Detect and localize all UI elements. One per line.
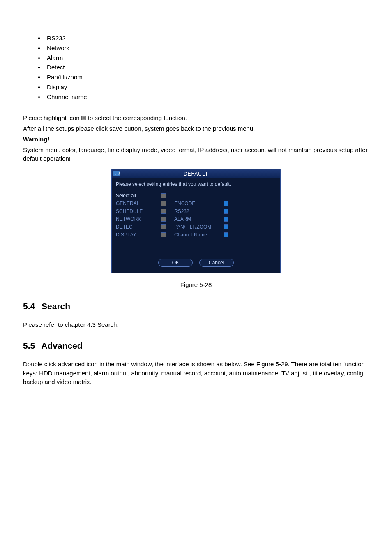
- options-col-right-labels: ENCODE RS232 ALARM PAN/TILT/ZOOM Channel…: [174, 192, 224, 239]
- options-col-left-labels: Select all GENERAL SCHEDULE NETWORK DETE…: [116, 192, 161, 239]
- dialog-titlebar: DEFAULT: [112, 169, 280, 178]
- section-heading-search: 5.4 Search: [23, 300, 369, 312]
- option-spacer: [174, 192, 224, 200]
- list-item: RS232: [38, 34, 369, 43]
- section-body-advanced: Double click advanced icon in the main w…: [23, 360, 369, 386]
- checkbox-icon[interactable]: [224, 209, 228, 214]
- checkbox-icon: [81, 116, 86, 120]
- checkbox-icon[interactable]: [224, 232, 228, 237]
- option-network[interactable]: NETWORK: [116, 215, 161, 223]
- option-spacer: [224, 192, 237, 200]
- section-body-search: Please refer to chapter 4.3 Search.: [23, 320, 369, 329]
- checkbox-icon[interactable]: [224, 217, 228, 222]
- text-fragment: Please highlight icon: [23, 114, 81, 121]
- paragraph-warning-body: System menu color, language, time displa…: [23, 146, 369, 164]
- checkbox-icon[interactable]: [161, 232, 166, 237]
- option-general[interactable]: GENERAL: [116, 200, 161, 208]
- list-item: Display: [38, 83, 369, 92]
- list-item: Alarm: [38, 53, 369, 62]
- list-item: Channel name: [38, 92, 369, 102]
- dialog-title-text: DEFAULT: [184, 171, 208, 177]
- list-item: Detect: [38, 63, 369, 72]
- section-title: Search: [42, 301, 70, 311]
- option-detect[interactable]: DETECT: [116, 223, 161, 231]
- checkbox-icon[interactable]: [161, 224, 166, 229]
- option-select-all[interactable]: Select all: [116, 192, 161, 200]
- warning-label: Warning!: [23, 135, 369, 144]
- ok-button[interactable]: OK: [158, 259, 193, 267]
- figure-caption: Figure 5-28: [23, 280, 369, 289]
- text-fragment: to select the corresponding function.: [88, 114, 187, 121]
- default-dialog: DEFAULT Please select setting entries th…: [111, 169, 281, 273]
- list-item: Network: [38, 44, 369, 53]
- options-col-right-checks: [224, 192, 237, 239]
- dialog-options-grid: Select all GENERAL SCHEDULE NETWORK DETE…: [116, 192, 276, 239]
- cancel-button[interactable]: Cancel: [199, 259, 234, 267]
- checkbox-icon[interactable]: [161, 209, 166, 214]
- dialog-title-icon: [113, 171, 120, 176]
- section-number: 5.5: [23, 341, 35, 350]
- dialog-body: Please select setting entries that you w…: [112, 178, 280, 273]
- options-col-left-checks: [161, 192, 174, 239]
- checkbox-icon[interactable]: [161, 217, 166, 222]
- checkbox-icon[interactable]: [224, 201, 228, 206]
- option-pantiltzoom[interactable]: PAN/TILT/ZOOM: [174, 223, 224, 231]
- option-alarm[interactable]: ALARM: [174, 215, 224, 223]
- option-encode[interactable]: ENCODE: [174, 200, 224, 208]
- section-title: Advanced: [41, 341, 82, 350]
- dialog-instruction: Please select setting entries that you w…: [116, 181, 276, 188]
- option-schedule[interactable]: SCHEDULE: [116, 208, 161, 215]
- checkbox-icon[interactable]: [224, 224, 228, 229]
- paragraph-highlight: Please highlight icon to select the corr…: [23, 113, 369, 123]
- checkbox-icon[interactable]: [161, 193, 166, 198]
- dialog-button-row: OK Cancel: [116, 259, 276, 267]
- list-item: Pan/tilt/zoom: [38, 73, 369, 82]
- feature-bullet-list: RS232 Network Alarm Detect Pan/tilt/zoom…: [38, 34, 369, 101]
- paragraph-save: After all the setups please click save b…: [23, 124, 369, 133]
- option-display[interactable]: DISPLAY: [116, 231, 161, 239]
- dialog-figure: DEFAULT Please select setting entries th…: [23, 169, 369, 273]
- option-channel-name[interactable]: Channel Name: [174, 231, 224, 239]
- section-number: 5.4: [23, 301, 35, 311]
- checkbox-icon[interactable]: [161, 201, 166, 206]
- section-heading-advanced: 5.5 Advanced: [23, 340, 369, 352]
- option-rs232[interactable]: RS232: [174, 208, 224, 215]
